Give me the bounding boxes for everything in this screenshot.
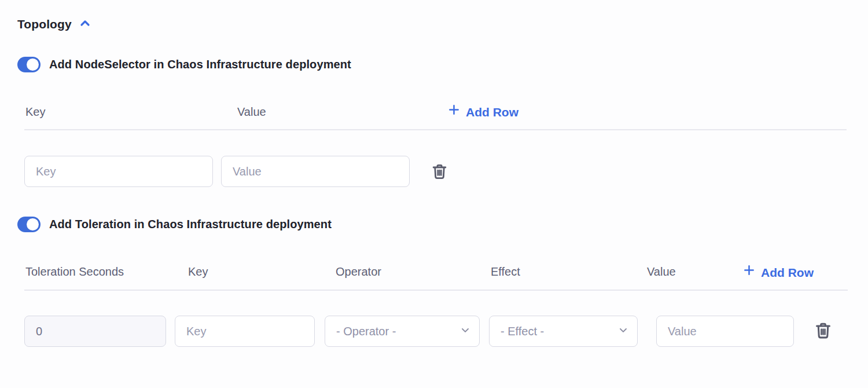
operator-select-value: - Operator - <box>336 325 396 338</box>
toleration-value-input[interactable] <box>656 316 794 347</box>
plus-icon <box>742 263 756 281</box>
effect-select-value: - Effect - <box>501 325 544 338</box>
delete-row-button[interactable] <box>814 320 833 341</box>
toleration-seconds-input[interactable] <box>24 316 166 347</box>
trash-icon <box>814 334 833 342</box>
trash-icon <box>431 174 448 182</box>
column-header-value: Value <box>237 105 266 119</box>
toleration-toggle-label: Add Toleration in Chaos Infrastructure d… <box>49 218 332 231</box>
add-row-label: Add Row <box>761 264 814 281</box>
node-selector-toggle[interactable] <box>17 57 41 72</box>
node-selector-key-input[interactable] <box>24 156 213 187</box>
toggle-knob <box>27 58 39 71</box>
chevron-down-icon <box>459 324 471 338</box>
add-row-button[interactable]: Add Row <box>742 263 814 281</box>
node-selector-value-input[interactable] <box>221 156 410 187</box>
node-selector-toggle-row: Add NodeSelector in Chaos Infrastructure… <box>17 57 351 72</box>
node-selector-toggle-label: Add NodeSelector in Chaos Infrastructure… <box>49 58 351 71</box>
header-divider <box>24 290 848 291</box>
chevron-down-icon <box>617 324 629 338</box>
toleration-key-input[interactable] <box>175 316 315 347</box>
column-header-value: Value <box>647 265 676 279</box>
toleration-toggle-row: Add Toleration in Chaos Infrastructure d… <box>17 217 332 232</box>
header-divider <box>24 129 847 130</box>
column-header-key: Key <box>188 265 208 279</box>
operator-select[interactable]: - Operator - <box>325 316 480 347</box>
column-header-key: Key <box>25 105 45 119</box>
chevron-up-icon <box>78 16 92 32</box>
add-row-button[interactable]: Add Row <box>447 103 518 121</box>
effect-select[interactable]: - Effect - <box>489 316 638 347</box>
delete-row-button[interactable] <box>431 162 448 181</box>
topology-section-header[interactable]: Topology <box>17 16 92 32</box>
column-header-operator: Operator <box>336 265 381 279</box>
plus-icon <box>447 103 461 121</box>
add-row-label: Add Row <box>466 104 518 121</box>
toleration-toggle[interactable] <box>17 217 41 232</box>
page-title: Topology <box>17 17 72 31</box>
topology-panel: Topology Add NodeSelector in Chaos Infra… <box>0 0 868 388</box>
column-header-effect: Effect <box>491 265 520 279</box>
column-header-toleration-seconds: Toleration Seconds <box>25 265 124 279</box>
toggle-knob <box>27 218 39 230</box>
